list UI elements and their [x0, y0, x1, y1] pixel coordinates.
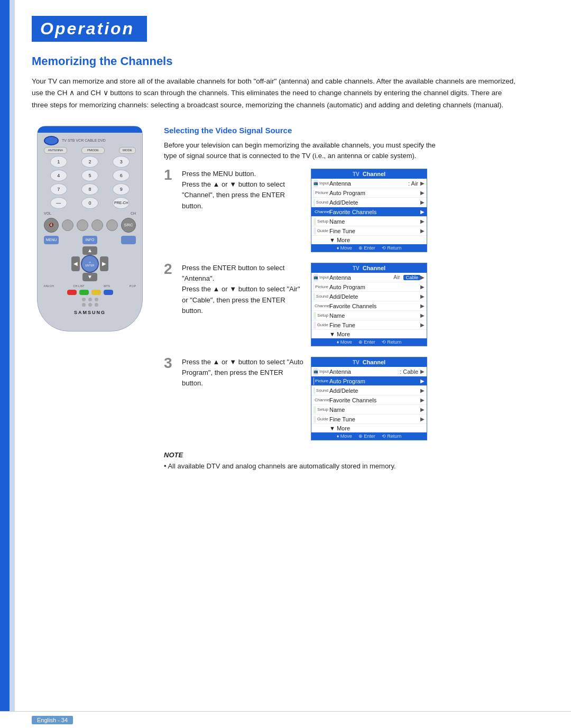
menu-2-row-channel: Channel Favorite Channels ▶ [311, 301, 427, 311]
menu-3-autoprog: Auto Program [328, 378, 420, 384]
subsection-desc: Before your television can begin memoriz… [164, 140, 439, 161]
menu-1-row-picture: Picture Auto Program ▶ [311, 188, 427, 198]
nav-down-row: ▼ [82, 273, 97, 281]
btn-prech[interactable]: PRE-CH [113, 197, 130, 209]
nav-right[interactable]: ▶ [100, 256, 108, 271]
menu-2-row-more: ▼ More [311, 330, 427, 338]
btn-1[interactable]: 1 [50, 156, 67, 168]
remote-top-bar [38, 126, 142, 133]
menu-2-fav: Favorite Channels [328, 303, 420, 309]
btn-3[interactable]: 3 [113, 156, 130, 168]
menu-button[interactable]: MENU [44, 236, 59, 244]
pmode-button[interactable]: PMODE [81, 147, 105, 154]
menu-3-row-more: ▼ More [311, 424, 427, 432]
icon-channel-1: Channel [314, 208, 328, 216]
btn-yellow[interactable] [91, 290, 101, 295]
menu-2-finetune: Fine Tune [328, 322, 420, 328]
btn-red[interactable] [67, 290, 77, 295]
numpad: 1 2 3 4 5 6 7 8 9 — 0 PRE-CH [44, 156, 136, 209]
btn-4[interactable]: 4 [50, 170, 67, 181]
icon-sound-3: Sound [314, 387, 328, 394]
step-3-text: Press the ▲ or ▼ button to select "Auto … [182, 357, 303, 389]
btn-5[interactable]: 5 [81, 170, 98, 181]
icon-picture-3: Picture [314, 377, 328, 385]
icon-setup-3: Setup [314, 406, 328, 413]
menu-3-header: TVChannel [311, 357, 427, 367]
btn-7[interactable]: 7 [50, 183, 67, 195]
menu-3-adddel: Add/Delete [328, 388, 420, 394]
step-3-number: 3 [164, 356, 176, 371]
remote-control: TV STB VCR CABLE DVD ANTENNA PMODE MODE … [37, 126, 143, 331]
menu-2-ft-arrow: ▶ [420, 322, 425, 328]
menu-1-footer: ♦ Move ⊕ Enter ⟲ Return [311, 244, 427, 252]
source-button[interactable]: SRC [121, 218, 136, 233]
menu-2-air-val: Air [393, 274, 400, 280]
icon-input-2: 📺 Input [314, 274, 328, 281]
menu-2-row-picture: Picture Auto Program ▶ [311, 282, 427, 292]
menu-1-antenna-value: : Air [408, 180, 418, 187]
info-button[interactable]: INFO [82, 236, 97, 244]
page-number: English - 34 [32, 716, 73, 724]
channel-menu-2: TVChannel 📺 Input Antenna Air Cable [311, 263, 427, 346]
icon-picture-1: Picture [314, 189, 328, 197]
mute-button[interactable]: 🔇 [44, 218, 59, 233]
nav-left[interactable]: ◀ [71, 256, 80, 271]
menu-1-row-more: ▼ More [311, 236, 427, 244]
btn-green[interactable] [79, 290, 89, 295]
power-button[interactable] [44, 136, 59, 145]
source-labels: TV STB VCR CABLE DVD [62, 139, 106, 143]
menu-2-ant-arrow: ▶ [420, 274, 425, 280]
menu-1-finetune-arrow: ▶ [420, 228, 425, 234]
menu-2-fav-arrow: ▶ [420, 303, 425, 309]
icon-channel-2: Channel [314, 302, 328, 310]
btn-0[interactable]: 0 [81, 197, 98, 209]
left-accent-bar [10, 0, 15, 728]
menu-3-row-input: 📺 Input Antenna : Cable ▶ [311, 367, 427, 376]
menu-2-footer: ♦ Move ⊕ Enter ⟲ Return [311, 338, 427, 346]
cable-badge: Cable [403, 275, 420, 280]
vol-up[interactable] [77, 219, 88, 231]
menu-3-fav-arrow: ▶ [420, 397, 425, 403]
menu-2-ad-arrow: ▶ [420, 293, 425, 299]
subsection-heading: Selecting the Video Signal Source [164, 126, 550, 135]
btn-9[interactable]: 9 [113, 183, 130, 195]
menu-3-ft-arrow: ▶ [420, 416, 425, 422]
ch-up[interactable] [91, 219, 103, 231]
extra-btn[interactable] [121, 236, 136, 244]
menu-2-row-sound: Sound Add/Delete ▶ [311, 292, 427, 301]
menu-1-row-channel: Channel Favorite Channels ▶ [311, 207, 427, 217]
menu-3-ant-arrow: ▶ [420, 368, 425, 374]
btn-blue[interactable] [104, 290, 113, 295]
step-3: 3 Press the ▲ or ▼ button to select "Aut… [164, 357, 550, 440]
mode-button[interactable]: MODE [119, 147, 136, 154]
menu-3-more: ▼ More [328, 425, 425, 431]
menu-3-row-picture: Picture Auto Program ▶ [311, 376, 427, 386]
color-buttons [44, 290, 136, 295]
btn-dash[interactable]: — [50, 197, 67, 209]
icon-input: 📺 Input [314, 180, 328, 187]
ch-down[interactable] [106, 219, 118, 231]
remote-container: TV STB VCR CABLE DVD ANTENNA PMODE MODE … [32, 126, 148, 487]
nav-down[interactable]: ▼ [82, 273, 97, 281]
btn-2[interactable]: 2 [81, 156, 98, 168]
vol-down[interactable] [62, 219, 73, 231]
btn-6[interactable]: 6 [113, 170, 130, 181]
menu-2-header: TVChannel [311, 263, 427, 273]
icon-guide-3: Guide [314, 416, 328, 423]
menu-1-row-sound: Sound Add/Delete ▶ [311, 198, 427, 207]
menu-3-antenna: Antenna [328, 368, 400, 375]
icon-setup-1: Setup [314, 218, 328, 225]
menu-2-antenna: Antenna [328, 274, 393, 281]
menu-1-more: ▼ More [328, 237, 425, 243]
note-title: NOTE [164, 451, 534, 459]
channel-menu-1: TVChannel 📺 Input Antenna : Air ▶ [311, 169, 427, 252]
antenna-button[interactable]: ANTENNA [44, 147, 67, 154]
operation-title-box: Operation [32, 16, 147, 42]
step-3-content: Press the ▲ or ▼ button to select "Auto … [182, 357, 427, 440]
icon-guide-1: Guide [314, 227, 328, 235]
nav-middle-row: ◀ ⊕ ENTER ▶ [71, 255, 108, 273]
enter-button[interactable]: ⊕ ENTER [81, 255, 99, 273]
nav-up[interactable]: ▲ [82, 246, 97, 255]
btn-8[interactable]: 8 [81, 183, 98, 195]
menu-3-row-guide: Guide Fine Tune ▶ [311, 414, 427, 424]
